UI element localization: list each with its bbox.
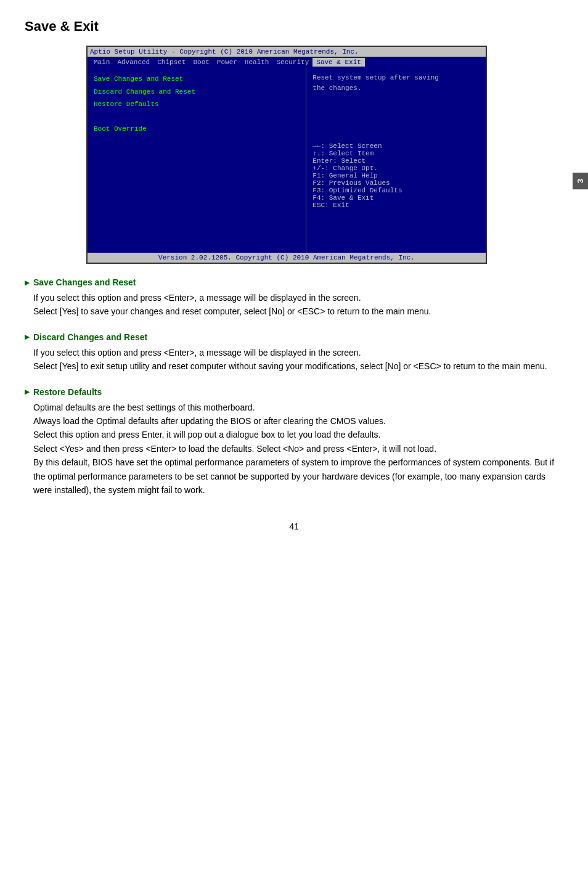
section-restore-body: Optimal defaults are the best settings o…	[33, 401, 563, 497]
section-save-changes: Save Changes and Reset If you select thi…	[25, 277, 563, 319]
bios-menu-save-exit[interactable]: Save & Exit	[312, 58, 365, 67]
bios-key-enter: Enter: Select	[312, 157, 480, 165]
bios-item-boot[interactable]: Boot Override	[94, 123, 300, 136]
bios-item-discard[interactable]: Discard Changes and Reset	[94, 86, 300, 99]
side-tab: 3	[573, 173, 588, 189]
bios-content-area: Save Changes and Reset Discard Changes a…	[88, 68, 486, 253]
bios-item-restore[interactable]: Restore Defaults	[94, 98, 300, 111]
bios-key-f2: F2: Previous Values	[312, 179, 480, 187]
bios-key-select-screen: →←: Select Screen	[312, 142, 480, 150]
section-discard-heading: Discard Changes and Reset	[25, 332, 563, 342]
section-discard-body: If you select this option and press <Ent…	[33, 346, 563, 374]
bios-menu-main[interactable]: Main	[90, 58, 113, 67]
bios-item-save[interactable]: Save Changes and Reset	[94, 73, 300, 86]
section-save-heading: Save Changes and Reset	[25, 277, 563, 287]
bios-key-select-item: ↑↓: Select Item	[312, 150, 480, 157]
bios-menu-boot[interactable]: Boot	[189, 58, 213, 67]
section-discard-changes: Discard Changes and Reset If you select …	[25, 332, 563, 374]
bios-key-f1: F1: General Help	[312, 172, 480, 179]
bios-menu-advanced[interactable]: Advanced	[113, 58, 153, 67]
bios-key-esc: ESC: Exit	[312, 202, 480, 209]
bios-key-change: +/-: Change Opt.	[312, 165, 480, 172]
bios-menu-security[interactable]: Security	[272, 58, 312, 67]
section-restore-heading: Restore Defaults	[25, 387, 563, 397]
section-restore-defaults: Restore Defaults Optimal defaults are th…	[25, 387, 563, 497]
bios-topbar: Aptio Setup Utility - Copyright (C) 2010…	[88, 47, 486, 57]
page-number: 41	[25, 521, 563, 531]
bios-key-help: →←: Select Screen ↑↓: Select Item Enter:…	[312, 142, 480, 209]
page-title: Save & Exit	[25, 18, 563, 35]
bios-screenshot: Aptio Setup Utility - Copyright (C) 2010…	[86, 46, 487, 264]
bios-right-panel: Reset system setup after savingthe chang…	[306, 68, 486, 253]
bios-key-f4: F4: Save & Exit	[312, 194, 480, 202]
section-save-body: If you select this option and press <Ent…	[33, 291, 563, 319]
bios-menu-health[interactable]: Health	[241, 58, 273, 67]
bios-menu-chipset[interactable]: Chipset	[153, 58, 189, 67]
bios-help-text: Reset system setup after savingthe chang…	[312, 73, 480, 93]
bios-footer: Version 2.02.1205. Copyright (C) 2010 Am…	[88, 253, 486, 263]
bios-menu-power[interactable]: Power	[213, 58, 241, 67]
bios-menubar: Main Advanced Chipset Boot Power Health …	[88, 57, 486, 68]
bios-key-f3: F3: Optimized Defaults	[312, 187, 480, 194]
bios-left-panel: Save Changes and Reset Discard Changes a…	[88, 68, 306, 253]
